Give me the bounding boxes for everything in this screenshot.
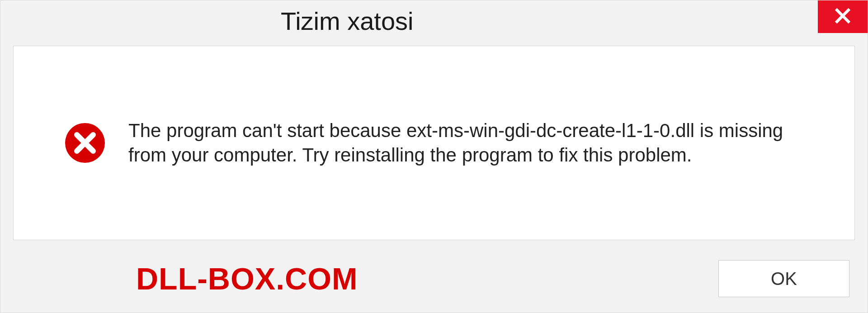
content-area: The program can't start because ext-ms-w…: [13, 46, 855, 240]
close-button[interactable]: [818, 0, 868, 33]
close-icon: [834, 7, 851, 26]
footer: DLL-BOX.COM OK: [0, 245, 868, 313]
ok-button[interactable]: OK: [718, 260, 849, 297]
error-icon: [63, 121, 107, 165]
dialog-title: Tizim xatosi: [281, 6, 414, 36]
error-message: The program can't start because ext-ms-w…: [128, 119, 823, 167]
titlebar: Tizim xatosi: [0, 0, 868, 41]
watermark-text: DLL-BOX.COM: [136, 261, 358, 296]
